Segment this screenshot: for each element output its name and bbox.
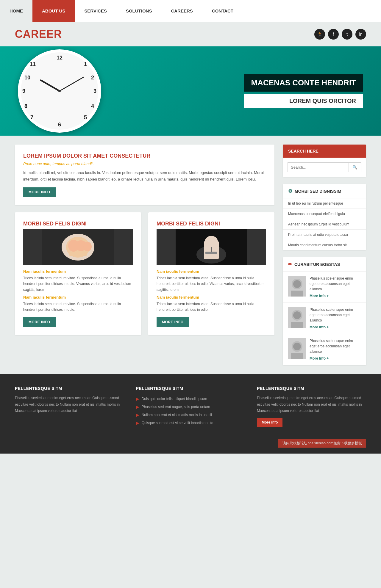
clock-minute-hand	[59, 76, 84, 91]
main-card-body: Id mollis blandit mi, vel ultrices arcu …	[23, 170, 266, 183]
footer-col-body: Phasellus scelerisque enim eget eros acc…	[15, 395, 124, 414]
blog-text: Phasellus scelerisque enim eget eros acc…	[310, 307, 361, 323]
svg-rect-24	[291, 353, 303, 359]
card2: MORBI SED FELIS DIGNI Nam iaculis fermen…	[148, 212, 274, 335]
watermark: 访问此模板论坛bbs.xieniao.com免费下载更多模板	[278, 439, 366, 448]
blog-thumbnail	[288, 276, 306, 297]
hero-subtitle: LOREM QUIS ORCITOR	[244, 94, 363, 108]
clock-center	[58, 90, 61, 92]
nav-item-about-us[interactable]: ABOUT US	[32, 0, 75, 22]
card1-title: MORBI SED FELIS DIGNI	[23, 221, 133, 227]
list-item: Aenean nec ipsum turpis id vestibulum	[283, 219, 366, 230]
card2-text1: Trices lacinia sem interdum vitae. Suspe…	[157, 275, 266, 293]
card2-link1[interactable]: Nam iaculis fermentum	[157, 269, 266, 274]
nav-item-careers[interactable]: CAREERS	[161, 0, 202, 22]
list-item: In ut leo eu mi rutrum pellentesque	[283, 198, 366, 209]
main-content: LOREM IPSUM DOLOR SIT AMET CONSECTETUR P…	[0, 136, 381, 374]
footer-list-item: ▶Duis quis dolor felis, aliquet blandit …	[136, 395, 245, 403]
blog-link[interactable]: More Info +	[310, 325, 329, 329]
footer-more-btn[interactable]: More info	[257, 418, 282, 427]
social-icon-facebook[interactable]: f	[328, 29, 339, 40]
blog-meta: Phasellus scelerisque enim eget eros acc…	[310, 338, 361, 361]
footer-list-item: ▶Phasellus sed erat augue, scis porta un…	[136, 403, 245, 411]
blog-thumbnail	[288, 338, 306, 359]
nav-item-services[interactable]: SERVICES	[75, 0, 116, 22]
footer-col-1: PELLENTESQUE SITM▶Duis quis dolor felis,…	[136, 386, 245, 427]
footer-bottom: 访问此模板论坛bbs.xieniao.com免费下载更多模板	[15, 436, 366, 448]
list-widget-header: ⚙ MORBI SED DIGNISSIM	[283, 184, 366, 198]
card1-more-btn[interactable]: MORE INFO	[23, 317, 56, 327]
hero-title: MACENAS CONTE HENDRIT	[244, 74, 363, 92]
footer-col-title: PELLENTESQUE SITM	[15, 386, 124, 391]
search-widget: SEARCH HERE 🔍	[283, 145, 366, 177]
svg-rect-12	[211, 247, 212, 252]
main-card-more-btn[interactable]: MORE INFO	[23, 187, 56, 197]
svg-point-10	[205, 236, 218, 248]
arrow-icon: ▶	[136, 396, 139, 401]
card2-more-btn[interactable]: MORE INFO	[157, 317, 189, 327]
card1-text2: Trices lacinia sem interdum vitae. Suspe…	[23, 301, 133, 313]
search-widget-body: 🔍	[283, 158, 366, 177]
footer-grid: PELLENTESQUE SITMPhasellus scelerisque e…	[15, 386, 366, 427]
card1-text1: Trices lacinia sem interdum vitae. Suspe…	[23, 275, 133, 293]
blog-link[interactable]: More Info +	[310, 356, 329, 360]
footer-col-body: Phasellus scelerisque enim eget eros acc…	[257, 395, 366, 414]
pencil-icon: ✏	[288, 261, 292, 267]
svg-rect-16	[291, 291, 303, 297]
card1-link1[interactable]: Nam iaculis fermentum	[23, 269, 133, 274]
main-nav: HOMEABOUT USSERVICESSOLUTIONSCAREERSCONT…	[0, 0, 381, 22]
content-left: LOREM IPSUM DOLOR SIT AMET CONSECTETUR P…	[15, 145, 274, 365]
nav-item-contact[interactable]: CONTACT	[202, 0, 243, 22]
svg-point-23	[293, 343, 301, 350]
nav-item-solutions[interactable]: SOLUTIONS	[116, 0, 162, 22]
site-header: CAREER 🏃 f t in	[0, 22, 381, 46]
search-input[interactable]	[288, 163, 349, 172]
hero-text: MACENAS CONTE HENDRIT LOREM QUIS ORCITOR	[244, 74, 363, 108]
search-row: 🔍	[288, 162, 361, 172]
footer: PELLENTESQUE SITMPhasellus scelerisque e…	[0, 374, 381, 454]
card1-image	[23, 229, 133, 265]
card2-link2[interactable]: Nam iaculis fermentum	[157, 295, 266, 300]
hero-banner: 12 1 2 3 4 5 6 7 8 9 10 11 MACENAS CONTE…	[0, 46, 381, 136]
blog-text: Phasellus scelerisque enim eget eros acc…	[310, 338, 361, 354]
footer-col-2: PELLENTESQUE SITMPhasellus scelerisque e…	[257, 386, 366, 427]
blog-meta: Phasellus scelerisque enim eget eros acc…	[310, 276, 361, 298]
widget-list-items: In ut leo eu mi rutrum pellentesqueMaece…	[283, 198, 366, 250]
blog-widget-title: CURABITUR EGESTAS	[294, 262, 340, 267]
footer-list-item: ▶Nullam non-erat et nisl mattis mollis i…	[136, 411, 245, 419]
content-right: SEARCH HERE 🔍 ⚙ MORBI SED DIGNISSIM In u…	[283, 145, 366, 365]
footer-list: ▶Duis quis dolor felis, aliquet blandit …	[136, 395, 245, 427]
footer-col-0: PELLENTESQUE SITMPhasellus scelerisque e…	[15, 386, 124, 427]
blog-link[interactable]: More Info +	[310, 294, 329, 298]
clock-face: 12 1 2 3 4 5 6 7 8 9 10 11	[21, 52, 98, 130]
nav-item-home[interactable]: HOME	[0, 0, 32, 22]
svg-rect-11	[205, 252, 217, 254]
blog-widget-header: ✏ CURABITUR EGESTAS	[283, 257, 366, 272]
blog-item: Phasellus scelerisque enim eget eros acc…	[283, 303, 366, 334]
social-icon-run[interactable]: 🏃	[314, 29, 325, 40]
social-icon-twitter[interactable]: t	[342, 29, 352, 40]
search-widget-header: SEARCH HERE	[283, 145, 366, 158]
main-card-title: LOREM IPSUM DOLOR SIT AMET CONSECTETUR	[23, 153, 266, 159]
card1: MORBI SED FELIS DIGNI Nam iaculis fermen…	[15, 212, 141, 335]
card1-link2[interactable]: Nam iaculis fermentum	[23, 295, 133, 300]
svg-point-19	[293, 311, 301, 319]
svg-rect-20	[291, 322, 303, 328]
blog-item: Phasellus scelerisque enim eget eros acc…	[283, 334, 366, 365]
card2-title: MORBI SED FELIS DIGNI	[157, 221, 266, 227]
main-card-subtitle: Proin nunc ante, tempus ac porta blandit…	[23, 161, 266, 166]
social-icon-linkedin[interactable]: in	[355, 29, 366, 40]
list-item: Proin at mauris at odio vulputate accu	[283, 230, 366, 240]
list-widget-title: MORBI SED DIGNISSIM	[295, 189, 341, 194]
main-article-card: LOREM IPSUM DOLOR SIT AMET CONSECTETUR P…	[15, 145, 274, 205]
gear-icon: ⚙	[288, 188, 292, 194]
footer-list-item: ▶Quisque susmod est vitae velit lobortis…	[136, 419, 245, 427]
two-col-cards: MORBI SED FELIS DIGNI Nam iaculis fermen…	[15, 212, 274, 335]
blog-thumbnail	[288, 307, 306, 328]
hero-clock: 12 1 2 3 4 5 6 7 8 9 10 11	[18, 49, 101, 133]
search-button[interactable]: 🔍	[349, 163, 361, 172]
footer-col-title: PELLENTESQUE SITM	[257, 386, 366, 391]
list-widget: ⚙ MORBI SED DIGNISSIM In ut leo eu mi ru…	[283, 184, 366, 250]
arrow-icon: ▶	[136, 404, 139, 409]
clock-hour-hand	[40, 79, 60, 92]
